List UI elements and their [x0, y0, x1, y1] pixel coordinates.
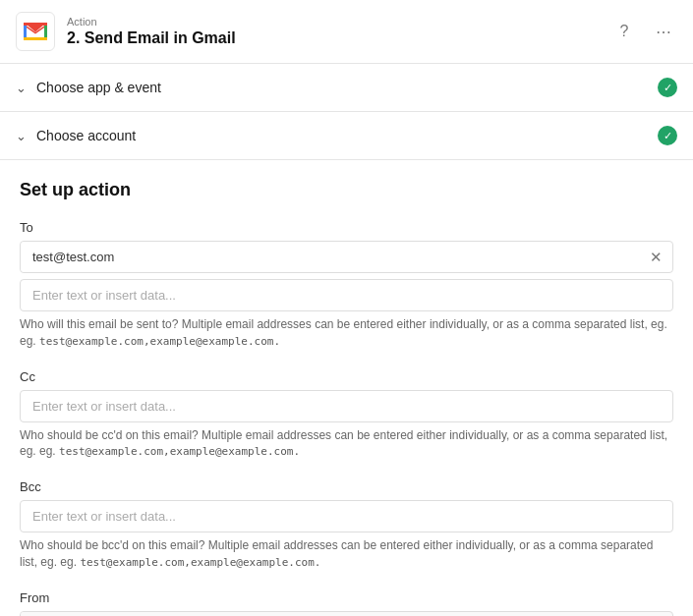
choose-account-label: Choose account [36, 128, 658, 143]
header-text: Action 2. Send Email in Gmail [67, 16, 610, 47]
completed-icon: ✓ [658, 78, 677, 97]
cc-label: Cc [20, 369, 673, 384]
svg-rect-2 [24, 37, 47, 40]
setup-title: Set up action [20, 180, 673, 200]
to-hint-example: test@example.com,example@example.com. [39, 335, 280, 348]
to-label: To [20, 220, 673, 235]
bcc-label: Bcc [20, 479, 673, 494]
svg-rect-3 [24, 23, 47, 26]
bcc-hint: Who should be bcc'd on this email? Multi… [20, 537, 673, 571]
more-button[interactable]: ⋯ [650, 18, 677, 45]
from-label: From [20, 590, 673, 605]
action-label: Action [67, 16, 610, 28]
to-input[interactable] [21, 242, 640, 272]
help-button[interactable]: ? [610, 18, 638, 45]
bcc-field-group: Bcc Who should be bcc'd on this email? M… [20, 479, 673, 571]
to-field-group: To ✕ Who will this email be sent to? Mul… [20, 220, 673, 350]
from-input-container[interactable]: Choose value... ▲ ▼ [20, 611, 673, 616]
header-actions: ? ⋯ [610, 18, 677, 45]
setup-content: Set up action To ✕ Who will this email b… [0, 160, 693, 616]
choose-app-section[interactable]: ⌄ Choose app & event ✓ [0, 64, 693, 112]
cc-input[interactable] [20, 390, 673, 422]
to-extra-input[interactable] [21, 280, 672, 310]
completed-icon: ✓ [658, 126, 677, 145]
choose-account-section[interactable]: ⌄ Choose account ✓ [0, 112, 693, 160]
app-logo [16, 12, 55, 51]
choose-app-label: Choose app & event [36, 80, 658, 95]
header: Action 2. Send Email in Gmail ? ⋯ [0, 0, 693, 64]
page-title: 2. Send Email in Gmail [67, 29, 610, 47]
gmail-icon [21, 612, 56, 616]
from-field-group: From Choose value... ▲ ▼ [20, 590, 673, 616]
cc-hint: Who should be cc'd on this email? Multip… [20, 427, 673, 461]
to-extra-input-container [20, 279, 673, 311]
bcc-input[interactable] [20, 500, 673, 532]
to-input-container: ✕ [20, 241, 673, 273]
chevron-down-icon: ⌄ [16, 81, 27, 95]
chevron-down-icon: ⌄ [16, 129, 27, 143]
cc-hint-example: test@example.com,example@example.com. [59, 445, 300, 458]
cc-field-group: Cc Who should be cc'd on this email? Mul… [20, 369, 673, 461]
to-hint: Who will this email be sent to? Multiple… [20, 316, 673, 350]
clear-button[interactable]: ✕ [640, 249, 672, 266]
bcc-hint-example: test@example.com,example@example.com. [80, 556, 320, 569]
